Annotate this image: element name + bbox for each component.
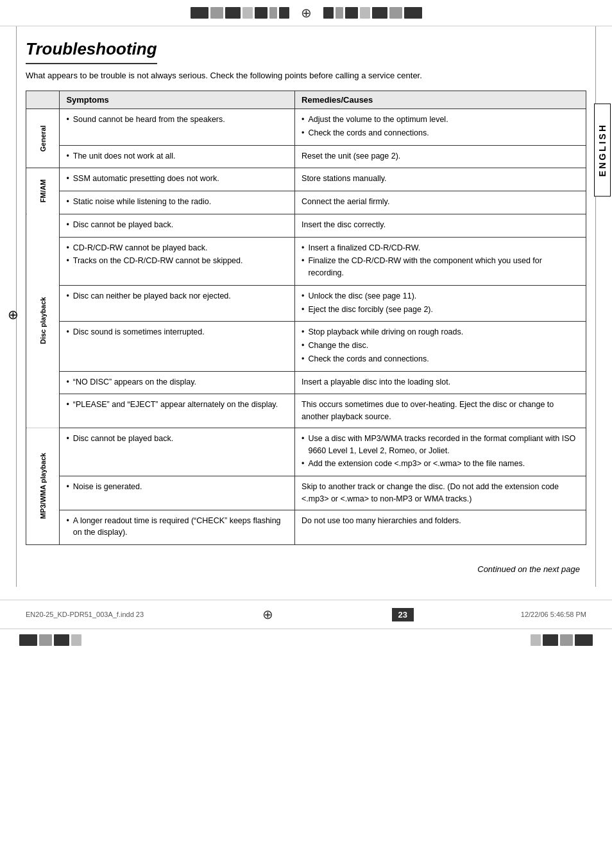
symptom-item: •Static noise while listening to the rad… bbox=[66, 196, 288, 208]
symptom-cell: •The unit does not work at all. bbox=[60, 145, 295, 168]
symptom-item: •Noise is generated. bbox=[66, 481, 288, 493]
category-cell: FM/AM bbox=[26, 168, 60, 214]
symptom-cell: •Noise is generated. bbox=[60, 476, 295, 510]
bottom-left-bar-group bbox=[19, 634, 81, 646]
remedy-cell: Insert a playable disc into the loading … bbox=[295, 371, 586, 394]
footer-datetime: 12/22/06 5:46:58 PM bbox=[521, 611, 586, 618]
bar-seg-7 bbox=[279, 7, 289, 19]
symptom-item: •Disc can neither be played back nor eje… bbox=[66, 290, 288, 302]
symptom-item: •A longer readout time is required (“CHE… bbox=[66, 515, 288, 539]
right-bar-group bbox=[323, 7, 422, 19]
symptom-item: •Tracks on the CD-R/CD-RW cannot be skip… bbox=[66, 255, 288, 267]
remedy-cell: •Unlock the disc (see page 11).•Eject th… bbox=[295, 285, 586, 322]
symptom-item: •Disc sound is sometimes interrupted. bbox=[66, 326, 288, 338]
top-decorative-bar: ⊕ bbox=[0, 0, 612, 26]
bottom-right-bar-group bbox=[531, 634, 593, 646]
remedy-item: •Insert a finalized CD-R/CD-RW. bbox=[302, 242, 579, 254]
remedy-cell: This occurs sometimes due to over-heatin… bbox=[295, 394, 586, 428]
bar-seg-r7 bbox=[404, 7, 422, 19]
bar-seg-r5 bbox=[372, 7, 387, 19]
col-remedies-header: Remedies/Causes bbox=[295, 91, 586, 109]
symptom-cell: •Disc can neither be played back nor eje… bbox=[60, 285, 295, 322]
bar-seg-r3 bbox=[345, 7, 358, 19]
symptom-item: •Disc cannot be played back. bbox=[66, 219, 288, 231]
remedy-cell: •Use a disc with MP3/WMA tracks recorded… bbox=[295, 428, 586, 476]
remedy-item: •Unlock the disc (see page 11). bbox=[302, 290, 579, 302]
col-category bbox=[26, 91, 60, 109]
category-cell: Disc playback bbox=[26, 214, 60, 428]
intro-text: What appears to be trouble is not always… bbox=[26, 71, 586, 80]
symptom-cell: •Disc sound is sometimes interrupted. bbox=[60, 322, 295, 371]
remedy-cell: Store stations manually. bbox=[295, 168, 586, 191]
remedy-item: •Check the cords and connections. bbox=[302, 353, 579, 365]
remedy-cell: Reset the unit (see page 2). bbox=[295, 145, 586, 168]
remedy-cell: •Adjust the volume to the optimum level.… bbox=[295, 109, 586, 146]
symptom-item: •SSM automatic presetting does not work. bbox=[66, 173, 288, 185]
remedy-cell: Do not use too many hierarchies and fold… bbox=[295, 510, 586, 545]
symptom-cell: •CD-R/CD-RW cannot be played back.•Track… bbox=[60, 237, 295, 285]
remedy-item: •Stop playback while driving on rough ro… bbox=[302, 326, 579, 338]
bar-seg-r4 bbox=[360, 7, 370, 19]
symptom-cell: •Disc cannot be played back. bbox=[60, 214, 295, 237]
col-symptoms-header: Symptoms bbox=[60, 91, 295, 109]
symptom-cell: •“PLEASE” and “EJECT” appear alternately… bbox=[60, 394, 295, 428]
remedy-item: •Finalize the CD-R/CD-RW with the compon… bbox=[302, 255, 579, 279]
bottom-decorative-bar bbox=[0, 629, 612, 651]
remedy-cell: •Stop playback while driving on rough ro… bbox=[295, 322, 586, 371]
footer: EN20-25_KD-PDR51_003A_f.indd 23 ⊕ 23 12/… bbox=[0, 600, 612, 629]
remedy-cell: Insert the disc correctly. bbox=[295, 214, 586, 237]
footer-compass-icon: ⊕ bbox=[262, 607, 273, 622]
troubleshooting-table: Symptoms Remedies/Causes General•Sound c… bbox=[26, 91, 586, 545]
remedy-item: •Check the cords and connections. bbox=[302, 127, 579, 139]
bar-seg-r6 bbox=[389, 7, 402, 19]
page-number: 23 bbox=[392, 608, 414, 621]
footer-filename: EN20-25_KD-PDR51_003A_f.indd 23 bbox=[26, 611, 144, 618]
category-cell: MP3/WMA playback bbox=[26, 428, 60, 544]
remedy-cell: •Insert a finalized CD-R/CD-RW.•Finalize… bbox=[295, 237, 586, 285]
english-side-label: ENGLISH bbox=[594, 103, 611, 196]
symptom-cell: •A longer readout time is required (“CHE… bbox=[60, 510, 295, 545]
remedy-cell: Skip to another track or change the disc… bbox=[295, 476, 586, 510]
symptom-cell: •SSM automatic presetting does not work. bbox=[60, 168, 295, 191]
symptom-item: •Sound cannot be heard from the speakers… bbox=[66, 114, 288, 126]
bar-seg-3 bbox=[225, 7, 241, 19]
remedy-item: •Eject the disc forcibly (see page 2). bbox=[302, 304, 579, 316]
symptom-cell: •Disc cannot be played back. bbox=[60, 428, 295, 476]
symptom-cell: •Static noise while listening to the rad… bbox=[60, 191, 295, 214]
top-compass-icon: ⊕ bbox=[301, 5, 312, 21]
category-cell: General bbox=[26, 109, 60, 168]
symptom-item: •Disc cannot be played back. bbox=[66, 433, 288, 445]
bar-seg-r1 bbox=[323, 7, 334, 19]
remedy-item: •Change the disc. bbox=[302, 340, 579, 352]
symptom-item: •“PLEASE” and “EJECT” appear alternately… bbox=[66, 399, 288, 411]
bar-seg-r2 bbox=[336, 7, 343, 19]
page-title: Troubleshooting bbox=[26, 39, 157, 64]
symptom-cell: •“NO DISC” appears on the display. bbox=[60, 371, 295, 394]
bar-seg-6 bbox=[269, 7, 277, 19]
remedy-item: •Use a disc with MP3/WMA tracks recorded… bbox=[302, 433, 579, 457]
remedy-item: •Adjust the volume to the optimum level. bbox=[302, 114, 579, 126]
bar-seg-5 bbox=[255, 7, 268, 19]
bar-seg-2 bbox=[210, 7, 223, 19]
symptom-item: •CD-R/CD-RW cannot be played back. bbox=[66, 242, 288, 254]
remedy-item: •Add the extension code <.mp3> or <.wma>… bbox=[302, 458, 579, 470]
symptom-item: •“NO DISC” appears on the display. bbox=[66, 376, 288, 388]
main-content: ENGLISH ⊕ Troubleshooting What appears t… bbox=[0, 26, 612, 587]
left-bar-group bbox=[191, 7, 289, 19]
continued-text: Continued on the next page bbox=[26, 564, 586, 574]
bar-seg-1 bbox=[191, 7, 208, 19]
left-compass-icon: ⊕ bbox=[8, 307, 19, 322]
bar-seg-4 bbox=[242, 7, 253, 19]
symptom-cell: •Sound cannot be heard from the speakers… bbox=[60, 109, 295, 146]
remedy-cell: Connect the aerial firmly. bbox=[295, 191, 586, 214]
symptom-item: •The unit does not work at all. bbox=[66, 150, 288, 162]
